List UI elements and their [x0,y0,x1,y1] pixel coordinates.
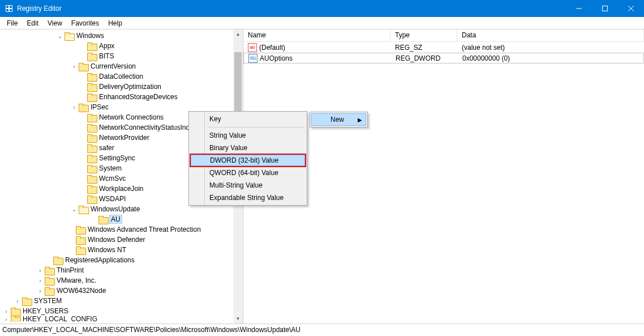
tree-item-label: AU [110,215,122,223]
value-type: REG_SZ [390,44,457,52]
tree-item-label: WorkplaceJoin [98,185,144,193]
status-path: Computer\HKEY_LOCAL_MACHINE\SOFTWARE\Pol… [2,326,300,334]
value-data: 0x00000000 (0) [458,54,643,62]
tree-item[interactable]: ›SYSTEM [0,296,243,306]
chevron-right-icon[interactable]: › [3,316,10,322]
context-item-label: String Value [209,131,246,139]
context-separator [207,127,304,127]
tree-item-label: DeliveryOptimization [98,83,162,91]
close-button[interactable] [618,0,644,17]
folder-icon [45,277,54,284]
folder-icon [87,175,96,182]
menu-favorites[interactable]: Favorites [67,18,104,28]
folder-icon [87,83,96,91]
svg-rect-4 [10,9,12,11]
folder-icon [79,104,88,111]
column-name[interactable]: Name [243,29,390,41]
context-item[interactable]: Expandable String Value [190,192,306,204]
context-item[interactable]: Key [190,113,306,125]
tree-item[interactable]: RegisteredApplications [0,255,243,265]
folder-icon [45,287,54,295]
tree-item[interactable]: ›WOW6432Node [0,286,243,296]
app-icon [5,4,14,13]
tree-item-label: HKEY_LOCAL_CONFIG [22,316,98,322]
tree-item[interactable]: ⌄Windows [0,31,243,41]
maximize-button[interactable] [592,0,618,17]
minimize-button[interactable] [566,0,592,17]
chevron-right-icon[interactable]: › [3,308,10,314]
tree-item[interactable]: Windows Defender [0,235,243,245]
tree-item-label: Windows Defender [87,236,145,244]
chevron-right-icon[interactable]: › [71,63,78,70]
tree-item-label: SettingSync [98,154,136,162]
menu-view[interactable]: View [43,18,67,28]
context-item[interactable]: Multi-String Value [190,179,306,192]
context-item-label: Expandable String Value [209,194,284,202]
scroll-up-icon[interactable]: ▲ [233,29,243,39]
chevron-right-icon[interactable]: › [37,267,44,274]
tree-item[interactable]: EnhancedStorageDevices [0,92,243,102]
tree-item[interactable]: ›HKEY_LOCAL_CONFIG [0,316,243,322]
context-item[interactable]: QWORD (64-bit) Value [190,167,306,179]
folder-icon [87,165,96,172]
tree-item[interactable]: ›VMware, Inc. [0,275,243,286]
svg-rect-3 [6,9,8,11]
chevron-down-icon[interactable]: ⌄ [57,32,63,39]
tree-item[interactable]: ›ThinPrint [0,265,243,275]
tree-item[interactable]: BITS [0,51,243,61]
chevron-right-icon[interactable]: › [37,287,44,294]
context-item-label: DWORD (32-bit) Value [210,156,278,164]
value-data: (value not set) [457,44,644,52]
value-row[interactable]: 011AUOptionsREG_DWORD0x00000000 (0) [243,53,644,63]
tree-item[interactable]: AU [0,214,243,224]
tree-item-label: Windows [76,32,105,40]
tree-item-label: WOW6432Node [56,287,106,295]
tree-item-label: WcmSvc [98,175,126,182]
context-item[interactable]: String Value [190,129,306,142]
value-type: REG_DWORD [391,54,458,62]
tree-item-label: DataCollection [98,73,144,80]
binary-value-icon: 011 [248,54,257,63]
menu-edit[interactable]: Edit [22,18,43,28]
tree-item-label: EnhancedStorageDevices [98,93,178,101]
folder-icon [11,308,20,315]
folder-icon [79,206,88,213]
menu-bar: File Edit View Favorites Help [0,17,644,29]
tree-item[interactable]: ›HKEY_USERS [0,306,243,316]
tree-item-label: System [98,164,122,172]
folder-icon [98,216,108,223]
context-item-new[interactable]: New ▶ [311,113,366,126]
tree-item-label: HKEY_USERS [22,307,69,315]
tree-item[interactable]: Windows NT [0,245,243,255]
folder-icon [11,316,20,322]
folder-icon [87,144,96,152]
value-name: AUOptions [260,54,293,62]
value-row[interactable]: ab(Default)REG_SZ(value not set) [243,42,644,53]
tree-item-label: Appx [98,42,115,50]
menu-help[interactable]: Help [104,18,127,28]
folder-icon [87,155,96,162]
context-item-highlighted[interactable]: DWORD (32-bit) Value [190,154,306,167]
menu-file[interactable]: File [2,18,22,28]
folder-icon [87,53,96,60]
tree-item[interactable]: Appx [0,41,243,51]
chevron-down-icon[interactable]: ⌄ [71,206,78,212]
tree-item[interactable]: ›CurrentVersion [0,61,243,71]
chevron-right-icon[interactable]: › [14,297,21,304]
context-item-label: New [330,116,344,124]
scroll-down-icon[interactable]: ▼ [233,314,243,324]
tree-item[interactable]: DataCollection [0,71,243,82]
tree-item-label: CurrentVersion [90,62,136,70]
tree-item[interactable]: Windows Advanced Threat Protection [0,224,243,235]
column-data[interactable]: Data [457,29,644,41]
values-list[interactable]: ab(Default)REG_SZ(value not set)011AUOpt… [243,42,644,63]
context-item[interactable]: Binary Value [190,142,306,154]
tree-item-label: VMware, Inc. [56,277,97,284]
chevron-right-icon[interactable]: › [37,277,44,284]
tree-item-label: ThinPrint [56,266,84,274]
chevron-right-icon[interactable]: › [71,104,78,110]
values-header: Name Type Data [243,29,644,42]
folder-icon [53,257,62,264]
column-type[interactable]: Type [390,29,457,41]
tree-item[interactable]: DeliveryOptimization [0,82,243,92]
